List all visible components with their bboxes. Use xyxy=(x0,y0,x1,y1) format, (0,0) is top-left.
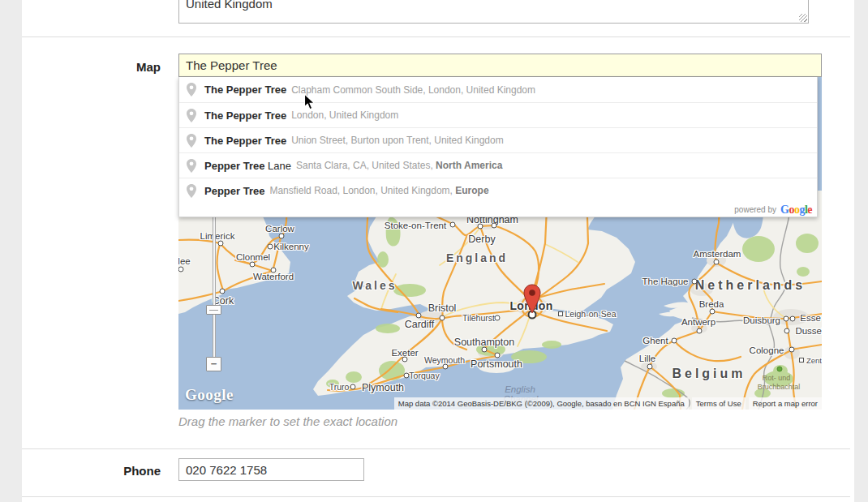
map-city-dot xyxy=(271,268,277,273)
map-pin-icon xyxy=(186,134,196,148)
powered-by-bar: powered by Google xyxy=(179,203,817,217)
phone-field-label: Phone xyxy=(22,464,161,478)
map-label: Portsmouth xyxy=(471,358,522,370)
map-city-dot xyxy=(416,313,422,319)
autocomplete-secondary-text: Clapham Common South Side, London, Unite… xyxy=(291,84,535,96)
map-field-label: Map xyxy=(22,60,161,74)
map-label: Antwerp xyxy=(681,317,715,327)
autocomplete-item[interactable]: The Pepper TreeUnion Street, Burton upon… xyxy=(179,127,817,152)
powered-by-label: powered by xyxy=(734,205,776,214)
map-label: Duisburg xyxy=(743,315,780,325)
map-label: Zentr xyxy=(806,356,822,365)
map-city-dot xyxy=(268,244,273,250)
autocomplete-item[interactable]: The Pepper TreeClapham Common South Side… xyxy=(179,77,817,102)
autocomplete-item[interactable]: Pepper TreeMansfield Road, London, Unite… xyxy=(179,178,817,203)
map-search-input[interactable] xyxy=(178,54,822,77)
country-textarea[interactable]: United Kingdom xyxy=(178,0,809,24)
map-city-dot xyxy=(495,353,501,358)
map-city-dot xyxy=(220,289,226,294)
map-city-dot xyxy=(692,279,698,285)
divider xyxy=(22,36,850,37)
phone-input[interactable] xyxy=(178,458,364,481)
autocomplete-secondary-text: Union Street, Burton upon Trent, United … xyxy=(291,135,504,146)
autocomplete-main-text: The Pepper Tree xyxy=(204,109,286,122)
map-city-dot xyxy=(218,241,224,247)
map-label: Limerick xyxy=(200,231,235,241)
location-marker-icon[interactable] xyxy=(523,284,541,315)
map-pin-icon xyxy=(186,109,196,122)
map-city-dot xyxy=(784,328,790,334)
zoom-slider-track[interactable] xyxy=(213,199,216,363)
map-label: Amsterdam xyxy=(694,249,741,259)
drag-hint: Drag the marker to set the exact locatio… xyxy=(178,414,397,428)
autocomplete-item[interactable]: The Pepper TreeLondon, United Kingdom xyxy=(179,102,817,127)
autocomplete-secondary-text: London, United Kingdom xyxy=(291,109,398,121)
map-label: Stoke-on-Trent xyxy=(385,221,446,230)
autocomplete-main-text: Pepper Tree xyxy=(204,160,264,172)
map-label: Plymouth xyxy=(362,382,404,393)
map-city-dot xyxy=(710,309,715,315)
map-city-dot xyxy=(350,384,356,390)
map-city-dot xyxy=(799,358,804,363)
places-autocomplete-dropdown: The Pepper TreeClapham Common South Side… xyxy=(178,77,818,217)
map-label: The Hague xyxy=(642,277,689,286)
autocomplete-secondary-text: Mansfield Road, London, United Kingdom, xyxy=(269,185,455,196)
autocomplete-main-text: The Pepper Tree xyxy=(204,84,286,96)
autocomplete-item[interactable]: Pepper Tree LaneSanta Clara, CA, United … xyxy=(179,152,817,178)
map-city-dot xyxy=(250,262,256,268)
map-label: Bristol xyxy=(428,302,457,314)
map-pin-icon xyxy=(186,184,196,198)
map-city-dot xyxy=(495,315,501,321)
map-city-dot xyxy=(450,222,456,228)
autocomplete-list: The Pepper TreeClapham Common South Side… xyxy=(179,77,817,203)
map-label: Belgium xyxy=(672,367,746,381)
autocomplete-main-text: Pepper Tree xyxy=(204,185,264,197)
map-city-dot xyxy=(697,328,703,334)
map-label: Clonmel xyxy=(236,252,270,262)
map-city-dot xyxy=(789,347,795,353)
map-city-dot xyxy=(784,316,789,322)
map-label: Dussel xyxy=(795,326,822,336)
zoom-slider-handle[interactable] xyxy=(206,305,221,315)
map-city-dot xyxy=(672,338,677,344)
map-label: Rot- und xyxy=(763,374,791,382)
map-label: Breda xyxy=(699,299,724,309)
map-label: English xyxy=(505,384,535,394)
map-label: England xyxy=(446,251,508,264)
map-city-dot xyxy=(402,357,408,363)
google-watermark[interactable]: Google xyxy=(185,386,234,404)
map-label: Waterford xyxy=(253,272,294,281)
map-city-dot xyxy=(647,364,653,370)
map-label: Esse xyxy=(800,313,821,323)
autocomplete-main-text: Lane xyxy=(264,160,291,172)
map-city-dot xyxy=(790,316,796,322)
map-label: Leigh-on-Sea xyxy=(565,309,616,319)
zoom-out-button[interactable]: − xyxy=(206,357,221,371)
map-label: Bruchbachtal xyxy=(758,383,801,391)
divider xyxy=(22,496,850,497)
map-city-dot xyxy=(714,260,720,265)
map-label: lee xyxy=(178,256,191,266)
google-logo: Google xyxy=(780,204,812,216)
map-label: Carlow xyxy=(265,224,294,234)
map-city-dot xyxy=(404,373,410,379)
autocomplete-main-text: The Pepper Tree xyxy=(204,135,286,147)
map-attribution-bar: Map data ©2014 GeoBasis-DE/BKG (©2009), … xyxy=(391,397,822,410)
map-label: Ghent xyxy=(642,336,668,345)
divider xyxy=(22,448,850,449)
map-label: Wales xyxy=(353,279,397,292)
map-city-dot xyxy=(440,315,445,321)
map-label: Derby xyxy=(468,234,495,245)
autocomplete-secondary-text: Santa Clara, CA, United States, xyxy=(296,160,436,171)
terms-of-use-link[interactable]: Terms of Use xyxy=(692,397,746,410)
map-label: Cardiff xyxy=(405,319,435,330)
map-city-dot xyxy=(558,311,563,316)
report-map-error-link[interactable]: Report a map error xyxy=(749,397,822,410)
map-label: Truro xyxy=(329,382,350,392)
map-label: Torquay xyxy=(409,371,439,380)
map-city-dot xyxy=(443,364,449,370)
map-label: Lille xyxy=(639,354,655,363)
map-attribution: Map data ©2014 GeoBasis-DE/BKG (©2009), … xyxy=(394,397,689,410)
autocomplete-secondary-text: North America xyxy=(436,160,502,171)
park-icon xyxy=(777,367,783,372)
